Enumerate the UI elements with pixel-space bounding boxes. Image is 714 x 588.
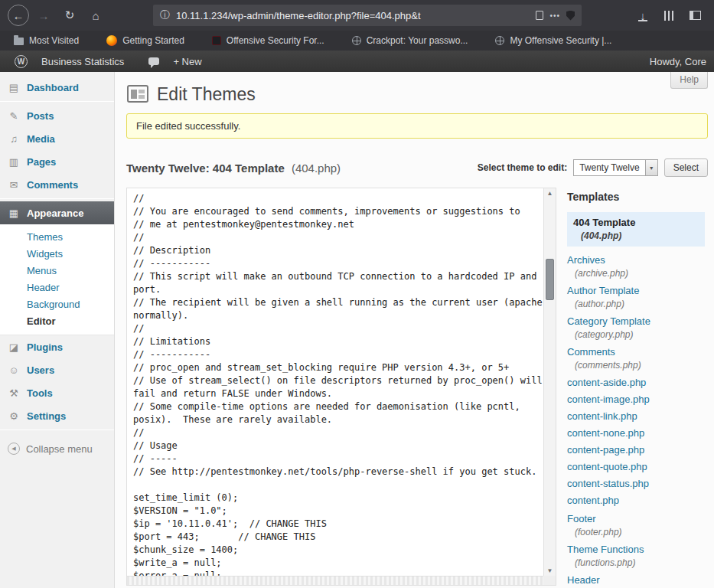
select-theme-button[interactable]: Select	[664, 158, 708, 177]
template-item-header[interactable]: Header (header.php)	[567, 574, 705, 588]
sidebar-item-pages[interactable]: ▥ Pages	[0, 150, 114, 173]
template-link[interactable]: content.php	[567, 495, 705, 507]
template-item-comments[interactable]: Comments (comments.php)	[567, 346, 705, 371]
bookmark-label: Getting Started	[122, 35, 184, 46]
template-item-footer[interactable]: Footer (footer.php)	[567, 513, 705, 537]
horizontal-scrollbar[interactable]	[127, 576, 543, 585]
template-filename: (404.php)	[573, 230, 699, 241]
users-icon: ☺	[7, 364, 21, 376]
template-link[interactable]: Category Template	[567, 315, 705, 328]
sidebar-item-users[interactable]: ☺ Users	[0, 358, 114, 381]
template-link[interactable]: content-aside.php	[567, 377, 705, 389]
chevron-down-icon: ▼	[645, 160, 657, 175]
template-item-content-link[interactable]: content-link.php	[567, 410, 705, 423]
new-content-menu[interactable]: + New	[166, 51, 208, 72]
reload-button[interactable]: ↻	[58, 4, 81, 27]
sidebar-toggle-button[interactable]	[683, 4, 706, 27]
site-info-icon[interactable]: ⓘ	[160, 8, 170, 22]
template-item-content-status[interactable]: content-status.php	[567, 478, 705, 490]
bookmark-most-visited[interactable]: Most Visited	[14, 35, 79, 46]
template-link[interactable]: Footer	[567, 513, 705, 525]
vertical-scrollbar[interactable]: ▲ ▼	[543, 188, 556, 576]
submenu-item-header[interactable]: Header	[0, 279, 114, 296]
menu-separator	[0, 101, 114, 102]
help-button[interactable]: Help	[670, 72, 708, 89]
bookmark-offensive-security[interactable]: Offensive Security For...	[212, 35, 324, 46]
submenu-item-widgets[interactable]: Widgets	[0, 246, 114, 263]
submenu-item-menus[interactable]: Menus	[0, 263, 114, 279]
sidebar-item-comments[interactable]: ✉ Comments	[0, 173, 114, 196]
forward-button[interactable]: →	[32, 4, 55, 27]
sidebar-item-label: Tools	[27, 387, 53, 399]
page-actions-icon[interactable]: •••	[549, 11, 560, 20]
wp-logo-menu[interactable]: W	[8, 51, 34, 72]
sidebar-item-tools[interactable]: ⚒ Tools	[0, 381, 114, 404]
template-item-404[interactable]: 404 Template (404.php)	[567, 212, 705, 247]
library-button[interactable]	[657, 4, 680, 27]
home-button[interactable]: ⌂	[84, 4, 107, 27]
templates-heading: Templates	[567, 191, 705, 203]
sidebar-item-dashboard[interactable]: ▤ Dashboard	[0, 76, 114, 99]
template-link[interactable]: Author Template	[567, 285, 705, 297]
template-link[interactable]: content-quote.php	[567, 461, 705, 473]
template-link[interactable]: content-page.php	[567, 444, 705, 456]
template-item-content-aside[interactable]: content-aside.php	[567, 377, 705, 389]
url-bar[interactable]: ⓘ 10.11.1.234/wp-admin/theme-editor.php?…	[153, 5, 582, 26]
template-link[interactable]: content-none.php	[567, 427, 705, 439]
scrollbar-thumb[interactable]	[546, 259, 554, 300]
template-item-functions[interactable]: Theme Functions (functions.php)	[567, 544, 705, 568]
code-textarea[interactable]: // // You are encouraged to send comment…	[127, 188, 543, 576]
submenu-item-editor[interactable]: Editor	[0, 313, 114, 330]
sidebar-item-label: Dashboard	[27, 82, 79, 93]
submenu-item-themes[interactable]: Themes	[0, 229, 114, 246]
site-name-menu[interactable]: Business Statistics	[34, 51, 131, 72]
sidebar-item-media[interactable]: ♫ Media	[0, 127, 114, 150]
template-link[interactable]: Archives	[567, 254, 705, 266]
submenu-item-background[interactable]: Background	[0, 296, 114, 313]
comments-menu[interactable]	[142, 51, 166, 72]
theme-select[interactable]: Twenty Twelve ▼	[573, 159, 657, 176]
site-favicon	[212, 36, 221, 45]
pages-icon: ▥	[7, 156, 21, 168]
template-item-content-none[interactable]: content-none.php	[567, 427, 705, 439]
theme-switch: Select theme to edit: Twenty Twelve ▼ Se…	[478, 158, 708, 177]
back-icon: ←	[13, 9, 24, 22]
shield-icon[interactable]	[566, 11, 575, 21]
bookmark-my-offensive-security[interactable]: My Offensive Security |...	[495, 35, 611, 46]
sidebar-item-settings[interactable]: ⚙ Settings	[0, 404, 114, 427]
collapse-menu-button[interactable]: ◀ Collapse menu	[0, 443, 114, 455]
file-heading: Twenty Twelve: 404 Template (404.php)	[126, 162, 341, 175]
file-heading-title: Twenty Twelve: 404 Template	[126, 162, 285, 175]
template-item-archives[interactable]: Archives (archive.php)	[567, 254, 705, 279]
download-button[interactable]: ↓	[631, 4, 654, 27]
appearance-submenu: Themes Widgets Menus Header Background E…	[0, 224, 114, 335]
scroll-up-arrow-icon[interactable]: ▲	[544, 190, 556, 197]
template-item-content[interactable]: content.php	[567, 495, 705, 507]
template-link[interactable]: Comments	[567, 346, 705, 358]
bookmark-getting-started[interactable]: Getting Started	[106, 35, 184, 46]
template-link[interactable]: content-image.php	[567, 394, 705, 406]
template-link[interactable]: content-link.php	[567, 410, 705, 423]
bookmark-label: Crackpot: Your passwo...	[367, 35, 468, 46]
template-item-author[interactable]: Author Template (author.php)	[567, 285, 705, 309]
reader-mode-icon[interactable]	[536, 11, 543, 20]
template-item-category[interactable]: Category Template (category.php)	[567, 315, 705, 340]
howdy-account-menu[interactable]: Howdy, Core	[643, 51, 706, 72]
back-button[interactable]: ←	[8, 5, 29, 26]
sidebar-item-appearance[interactable]: ▦ Appearance	[0, 201, 114, 224]
bookmark-crackpot[interactable]: Crackpot: Your passwo...	[352, 35, 468, 46]
template-link[interactable]: Theme Functions	[567, 544, 705, 556]
sidebar-item-plugins[interactable]: ◪ Plugins	[0, 335, 114, 358]
template-item-content-page[interactable]: content-page.php	[567, 444, 705, 456]
template-item-content-image[interactable]: content-image.php	[567, 394, 705, 406]
sidebar-item-posts[interactable]: ✎ Posts	[0, 104, 114, 127]
firefox-icon	[106, 35, 117, 46]
url-text[interactable]: 10.11.1.234/wp-admin/theme-editor.php?fi…	[176, 10, 530, 21]
main-content: Help Edit Themes File edited successfull…	[115, 72, 714, 588]
template-link[interactable]: content-status.php	[567, 478, 705, 490]
template-link[interactable]: Header	[567, 574, 705, 586]
template-link[interactable]: 404 Template	[573, 217, 699, 229]
scroll-down-arrow-icon[interactable]: ▼	[544, 567, 556, 574]
template-item-content-quote[interactable]: content-quote.php	[567, 461, 705, 473]
template-filename: (comments.php)	[567, 360, 705, 371]
